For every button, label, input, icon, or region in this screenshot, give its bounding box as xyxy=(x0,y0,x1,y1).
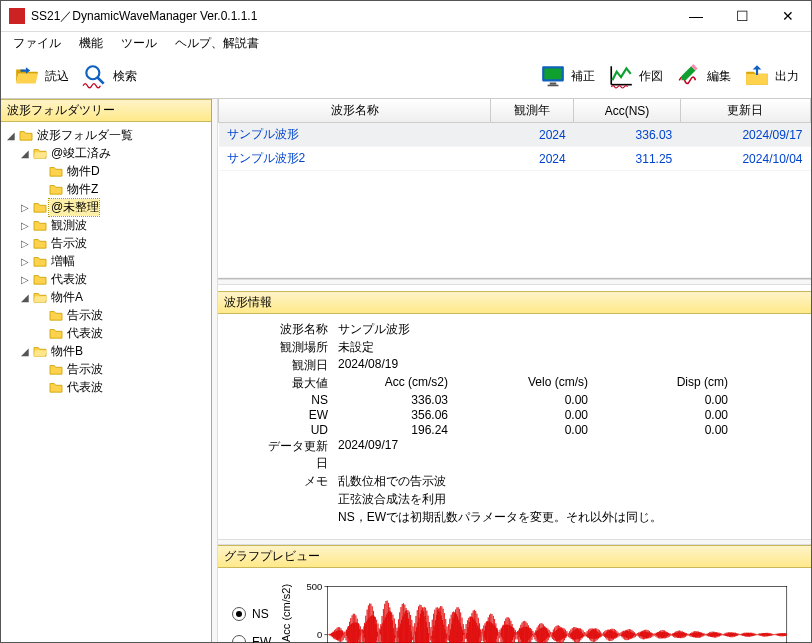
tree-item-selected[interactable]: ▷@未整理 xyxy=(3,198,209,216)
tree-item[interactable]: ◢@竣工済み xyxy=(3,144,209,162)
output-button[interactable]: 出力 xyxy=(737,56,805,96)
info-value: 0.00 xyxy=(618,408,758,422)
table-row[interactable]: サンプル波形2 2024 311.25 2024/10/04 xyxy=(219,147,811,171)
info-label: 観測日 xyxy=(258,357,338,374)
folder-open-icon xyxy=(13,62,41,90)
window-title: SS21／DynamicWaveManager Ver.0.1.1.1 xyxy=(31,8,673,25)
chart-icon xyxy=(607,62,635,90)
search-label: 検索 xyxy=(113,68,137,85)
plot-label: 作図 xyxy=(639,68,663,85)
titlebar: SS21／DynamicWaveManager Ver.0.1.1.1 — ☐ … xyxy=(1,1,811,32)
expand-icon[interactable]: ◢ xyxy=(5,130,17,141)
info-panel: 波形情報 波形名称サンプル波形 観測場所未設定 観測日2024/08/19 最大… xyxy=(218,291,811,539)
toolbar: 読込 検索 補正 作図 編集 出力 xyxy=(1,54,811,99)
y-axis-label: Acc (cm/s2) xyxy=(280,584,292,642)
radio-icon xyxy=(232,635,246,643)
expand-icon[interactable]: ◢ xyxy=(19,148,31,159)
cell-updated: 2024/10/04 xyxy=(680,147,810,171)
info-value: 0.00 xyxy=(618,423,758,437)
plot-button[interactable]: 作図 xyxy=(601,56,669,96)
tree-root[interactable]: ◢波形フォルダ一覧 xyxy=(3,126,209,144)
tree-item[interactable]: ▷代表波 xyxy=(3,270,209,288)
maximize-button[interactable]: ☐ xyxy=(719,1,765,31)
tree-item[interactable]: ◢物件A xyxy=(3,288,209,306)
edit-button[interactable]: 編集 xyxy=(669,56,737,96)
radio-icon xyxy=(232,607,246,621)
cell-year: 2024 xyxy=(491,147,574,171)
tree-item[interactable]: ▷告示波 xyxy=(3,234,209,252)
tree-label: @未整理 xyxy=(49,199,99,216)
col-updated[interactable]: 更新日 xyxy=(680,99,810,123)
tree-item[interactable]: 代表波 xyxy=(3,324,209,342)
graph-header: グラフプレビュー xyxy=(218,545,811,568)
tree-item[interactable]: ▷増幅 xyxy=(3,252,209,270)
folder-icon xyxy=(33,201,47,213)
tree-label: @竣工済み xyxy=(49,145,111,162)
info-value: NS，EWでは初期乱数パラメータを変更。それ以外は同じ。 xyxy=(338,509,662,526)
correct-label: 補正 xyxy=(571,68,595,85)
info-value: 356.06 xyxy=(338,408,478,422)
tree-item[interactable]: 代表波 xyxy=(3,378,209,396)
svg-rect-4 xyxy=(550,83,557,85)
tree-label: 増幅 xyxy=(49,253,75,270)
folder-icon xyxy=(49,183,63,195)
info-label: EW xyxy=(258,408,338,422)
col-acc[interactable]: Acc(NS) xyxy=(574,99,681,123)
collapse-icon[interactable]: ▷ xyxy=(19,202,31,213)
menu-help[interactable]: ヘルプ、解説書 xyxy=(167,33,267,54)
info-value: 未設定 xyxy=(338,339,374,356)
folder-open-icon xyxy=(33,147,47,159)
menu-file[interactable]: ファイル xyxy=(5,33,69,54)
load-button[interactable]: 読込 xyxy=(7,56,75,96)
graph-panel: グラフプレビュー NS EW UD Acc (cm/s2) 5000-50001… xyxy=(218,545,811,642)
search-button[interactable]: 検索 xyxy=(75,56,143,96)
collapse-icon[interactable]: ▷ xyxy=(19,256,31,267)
info-value: 0.00 xyxy=(478,408,618,422)
expand-icon[interactable]: ◢ xyxy=(19,346,31,357)
cell-year: 2024 xyxy=(491,123,574,147)
menu-tool[interactable]: ツール xyxy=(113,33,165,54)
info-label: UD xyxy=(258,423,338,437)
sidebar: 波形フォルダツリー ◢波形フォルダ一覧 ◢@竣工済み 物件D 物件Z ▷@未整理… xyxy=(1,99,212,642)
info-col-head: Acc (cm/s2) xyxy=(338,375,478,392)
output-label: 出力 xyxy=(775,68,799,85)
cell-acc: 311.25 xyxy=(574,147,681,171)
table-row[interactable]: サンプル波形 2024 336.03 2024/09/17 xyxy=(219,123,811,147)
folder-icon xyxy=(33,273,47,285)
folder-open-icon xyxy=(33,291,47,303)
collapse-icon[interactable]: ▷ xyxy=(19,274,31,285)
expand-icon[interactable]: ◢ xyxy=(19,292,31,303)
pencil-wave-icon xyxy=(675,62,703,90)
info-label: 最大値 xyxy=(258,375,338,392)
folder-icon xyxy=(49,309,63,321)
tree-item[interactable]: ◢物件B xyxy=(3,342,209,360)
collapse-icon[interactable]: ▷ xyxy=(19,220,31,231)
splitter-h[interactable] xyxy=(218,279,811,285)
collapse-icon[interactable]: ▷ xyxy=(19,238,31,249)
col-year[interactable]: 観測年 xyxy=(491,99,574,123)
menu-function[interactable]: 機能 xyxy=(71,33,111,54)
folder-tree[interactable]: ◢波形フォルダ一覧 ◢@竣工済み 物件D 物件Z ▷@未整理 ▷観測波 ▷告示波… xyxy=(1,122,211,642)
load-label: 読込 xyxy=(45,68,69,85)
tree-item[interactable]: 物件D xyxy=(3,162,209,180)
folder-icon xyxy=(33,237,47,249)
correct-button[interactable]: 補正 xyxy=(533,56,601,96)
cell-acc: 336.03 xyxy=(574,123,681,147)
folder-icon xyxy=(49,165,63,177)
info-value: 0.00 xyxy=(478,393,618,407)
folder-icon xyxy=(19,129,33,141)
app-icon xyxy=(9,8,25,24)
col-name[interactable]: 波形名称 xyxy=(219,99,491,123)
info-value: サンプル波形 xyxy=(338,321,410,338)
sidebar-header: 波形フォルダツリー xyxy=(1,99,211,122)
info-value: 0.00 xyxy=(618,393,758,407)
tree-item[interactable]: 物件Z xyxy=(3,180,209,198)
tree-item[interactable]: 告示波 xyxy=(3,360,209,378)
info-label: データ更新日 xyxy=(258,438,338,472)
radio-label: NS xyxy=(252,607,269,621)
minimize-button[interactable]: — xyxy=(673,1,719,31)
info-col-head: Velo (cm/s) xyxy=(478,375,618,392)
tree-item[interactable]: ▷観測波 xyxy=(3,216,209,234)
close-button[interactable]: ✕ xyxy=(765,1,811,31)
tree-item[interactable]: 告示波 xyxy=(3,306,209,324)
